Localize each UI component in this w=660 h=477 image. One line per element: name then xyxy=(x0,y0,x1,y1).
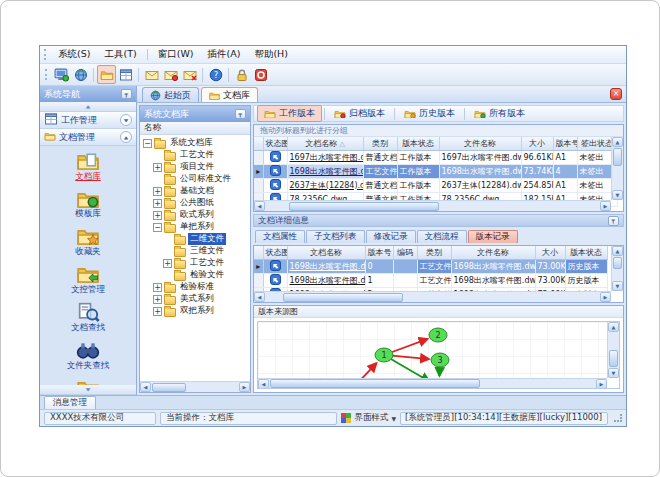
sidebar-item-文档查找[interactable]: 文档查找 xyxy=(71,302,105,334)
document-name-link[interactable]: 2637主体(12284).dwg xyxy=(290,181,364,190)
tree-node-检验文件[interactable]: 检验文件 xyxy=(140,269,250,281)
detail-tab-子文档列表[interactable]: 子文档列表 xyxy=(306,230,365,243)
scroll-thumb[interactable] xyxy=(613,257,622,269)
scroll-thumb[interactable] xyxy=(609,350,618,367)
tree-node-系统文档库[interactable]: 系统文档库 xyxy=(140,137,250,149)
close-icon[interactable]: × xyxy=(610,88,622,100)
tree-node-工艺文件[interactable]: 工艺文件 xyxy=(140,257,250,269)
expand-icon[interactable] xyxy=(153,187,162,196)
message-panel-tab[interactable]: 消息管理 xyxy=(44,396,96,409)
grid-window-button[interactable] xyxy=(116,65,135,84)
scroll-down-icon[interactable] xyxy=(612,190,623,200)
version-button-归档版本[interactable]: 归档版本 xyxy=(327,105,392,122)
mail-button[interactable] xyxy=(142,65,161,84)
scroll-thumb[interactable] xyxy=(613,148,622,166)
sidebar-item-文件夹查找[interactable]: 文件夹查找 xyxy=(67,340,110,372)
document-name-link[interactable]: 1697出水嘴零件图.dwg xyxy=(290,153,364,162)
expand-icon[interactable] xyxy=(163,259,172,268)
menu-item-3[interactable]: 插件(A) xyxy=(200,46,247,63)
horizontal-scrollbar[interactable] xyxy=(254,200,611,211)
scroll-right-icon[interactable] xyxy=(239,382,250,392)
tree-node-基础文档[interactable]: 基础文档 xyxy=(140,185,250,197)
document-name-link[interactable]: 1698出水嘴零件图.dwg xyxy=(290,276,366,285)
scroll-thumb[interactable] xyxy=(270,379,480,388)
menu-item-2[interactable]: 窗口(W) xyxy=(151,46,201,63)
sidebar-item-文档库[interactable]: 文档库 xyxy=(75,151,101,183)
version-button-历史版本[interactable]: 历史版本 xyxy=(397,105,462,122)
expand-icon[interactable] xyxy=(153,163,162,172)
tree-node-美式系列[interactable]: 美式系列 xyxy=(140,293,250,305)
sidebar-item-模板库[interactable]: 模板库 xyxy=(75,189,101,221)
vertical-scrollbar[interactable] xyxy=(611,137,623,200)
collapse-icon[interactable] xyxy=(153,223,162,232)
menu-item-0[interactable]: 系统(S) xyxy=(51,46,97,63)
sidebar-item-文控管理[interactable]: 文控管理 xyxy=(71,264,105,296)
monitor-button[interactable] xyxy=(52,65,71,84)
document-name-link[interactable]: 1698出水嘴零件图.dwg xyxy=(290,167,364,176)
collapse-icon[interactable] xyxy=(143,139,152,148)
help-button[interactable]: ? xyxy=(206,65,225,84)
tree-node-项目文件[interactable]: 项目文件 xyxy=(140,161,250,173)
column-header-状态图[interactable]: 状态图 xyxy=(263,137,287,150)
column-header-类别[interactable]: 类别 xyxy=(363,137,397,150)
column-header-文档名称[interactable]: 文档名称 xyxy=(287,246,365,259)
table-row[interactable]: 1698出水嘴零件图.dwg0工艺文件1698出水嘴零件图.dwg73.00KB… xyxy=(254,259,607,273)
horizontal-scrollbar[interactable] xyxy=(258,378,607,388)
tree-node-双把系列[interactable]: 双把系列 xyxy=(140,305,250,317)
scroll-up-icon[interactable] xyxy=(608,322,619,332)
resize-grip[interactable] xyxy=(614,414,622,422)
scroll-right-icon[interactable] xyxy=(600,201,611,211)
sidebar-item-签出的文档[interactable]: 签出的文档 xyxy=(67,378,110,385)
table-row[interactable]: 1698出水嘴零件图.dwg1工艺文件1698出水嘴零件图.dwg73.00KB… xyxy=(254,273,607,287)
horizontal-scrollbar[interactable] xyxy=(140,381,250,392)
scroll-right-icon[interactable] xyxy=(596,379,607,389)
scroll-right-icon[interactable] xyxy=(600,292,611,302)
column-header-版本状态[interactable]: 版本状态 xyxy=(397,137,439,150)
column-header-文件名称[interactable]: 文件名称 xyxy=(439,137,521,150)
expand-icon[interactable] xyxy=(153,199,162,208)
scroll-down-icon[interactable] xyxy=(608,368,619,378)
tree-node-二维文件[interactable]: 二维文件 xyxy=(140,233,250,245)
tree-node-公共图纸[interactable]: 公共图纸 xyxy=(140,197,250,209)
tab-起始页[interactable]: 起始页 xyxy=(142,87,199,102)
scroll-left-icon[interactable] xyxy=(254,292,265,302)
expand-icon[interactable] xyxy=(153,307,162,316)
scroll-left-icon[interactable] xyxy=(254,201,265,211)
column-header-大小[interactable]: 大小 xyxy=(535,246,565,259)
document-name-link[interactable]: 1698出水嘴零件图.dwg xyxy=(290,262,366,271)
detail-tab-修改记录[interactable]: 修改记录 xyxy=(366,230,416,243)
tree-node-公司标准文件[interactable]: 公司标准文件 xyxy=(140,173,250,185)
scroll-left-icon[interactable] xyxy=(258,379,269,389)
column-header-文档名称[interactable]: 文档名称 xyxy=(287,137,363,150)
power-button[interactable] xyxy=(251,65,270,84)
sidebar-collapse-button[interactable] xyxy=(40,102,136,112)
vertical-scrollbar[interactable] xyxy=(607,322,619,378)
column-header-类别[interactable]: 类别 xyxy=(417,246,451,259)
mail-new-button[interactable] xyxy=(161,65,180,84)
column-header-版本号[interactable]: 版本号 xyxy=(553,137,577,150)
mail-del-button[interactable] xyxy=(180,65,199,84)
pin-icon[interactable] xyxy=(235,109,246,119)
chevron-up-icon[interactable] xyxy=(120,131,132,143)
tree-node-三维文件[interactable]: 三维文件 xyxy=(140,245,250,257)
ui-style-selector[interactable]: 界面样式 ▼ xyxy=(341,412,396,424)
scroll-thumb[interactable] xyxy=(152,383,186,392)
scroll-thumb[interactable] xyxy=(289,202,439,211)
expand-icon[interactable] xyxy=(153,283,162,292)
scroll-left-icon[interactable] xyxy=(140,382,151,392)
scroll-thumb[interactable] xyxy=(283,293,403,302)
version-button-工作版本[interactable]: 工作版本 xyxy=(257,105,322,122)
version-node-2[interactable]: 2 xyxy=(429,328,447,342)
detail-tab-版本记录[interactable]: 版本记录 xyxy=(468,230,518,243)
column-header-版本号[interactable]: 版本号 xyxy=(365,246,393,259)
version-node-1[interactable]: 1 xyxy=(375,348,393,362)
globe-button[interactable] xyxy=(71,65,90,84)
tree-node-工艺文件[interactable]: 工艺文件 xyxy=(140,149,250,161)
scroll-up-icon[interactable] xyxy=(612,137,623,147)
scroll-down-icon[interactable] xyxy=(612,281,623,291)
column-header-编码[interactable]: 编码 xyxy=(393,246,417,259)
expand-icon[interactable] xyxy=(153,295,162,304)
sidebar-item-收藏夹[interactable]: 收藏夹 xyxy=(75,226,101,258)
tree-node-欧式系列[interactable]: 欧式系列 xyxy=(140,209,250,221)
sidebar-group-docs[interactable]: 文档管理 xyxy=(40,129,136,146)
